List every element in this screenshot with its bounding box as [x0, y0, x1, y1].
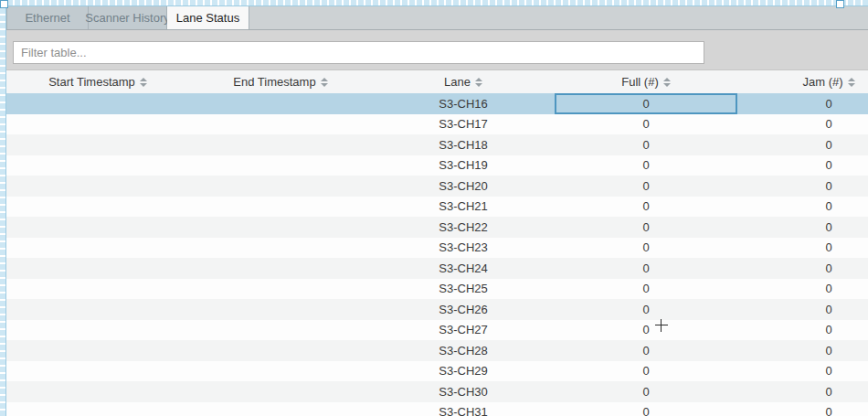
cell-start[interactable]	[6, 320, 189, 341]
table-row[interactable]: S3-CH2300	[6, 238, 868, 259]
column-header-jam[interactable]: Jam (#)	[737, 70, 868, 93]
cell-jam[interactable]: 0	[737, 402, 868, 416]
table-row[interactable]: S3-CH2200	[6, 217, 868, 238]
cell-lane[interactable]: S3-CH28	[372, 340, 555, 361]
cell-jam[interactable]: 0	[737, 93, 868, 114]
table-row[interactable]: S3-CH2100	[6, 197, 868, 218]
cell-end[interactable]	[189, 279, 372, 300]
cell-jam[interactable]: 0	[737, 238, 868, 259]
selection-handle-top-right[interactable]	[836, 0, 844, 8]
cell-full[interactable]: 0	[555, 155, 737, 176]
cell-lane[interactable]: S3-CH24	[372, 258, 555, 279]
cell-jam[interactable]: 0	[737, 299, 868, 320]
cell-full[interactable]: 0	[555, 134, 737, 155]
cell-jam[interactable]: 0	[737, 197, 868, 218]
cell-jam[interactable]: 0	[737, 134, 868, 155]
cell-lane[interactable]: S3-CH18	[372, 134, 555, 155]
table-row[interactable]: S3-CH2900	[6, 361, 868, 382]
cell-lane[interactable]: S3-CH29	[372, 361, 555, 382]
selection-handle-top-left[interactable]	[0, 0, 8, 8]
table-row[interactable]: S3-CH2800	[6, 340, 868, 361]
cell-end[interactable]	[189, 320, 372, 341]
cell-full[interactable]: 0	[555, 197, 737, 218]
cell-lane[interactable]: S3-CH31	[372, 402, 555, 416]
table-row[interactable]: S3-CH2700	[6, 320, 868, 341]
cell-start[interactable]	[6, 299, 189, 320]
cell-end[interactable]	[189, 176, 372, 197]
cell-end[interactable]	[189, 299, 372, 320]
column-header-end-timestamp[interactable]: End Timestamp	[189, 70, 372, 93]
cell-lane[interactable]: S3-CH23	[372, 238, 555, 259]
cell-end[interactable]	[189, 258, 372, 279]
cell-start[interactable]	[6, 279, 189, 300]
cell-lane[interactable]: S3-CH17	[372, 114, 555, 135]
tab-ethernet[interactable]: Ethernet	[6, 6, 89, 29]
cell-full[interactable]: 0	[555, 340, 737, 361]
cell-lane[interactable]: S3-CH19	[372, 155, 555, 176]
cell-full[interactable]: 0	[555, 320, 737, 341]
cell-lane[interactable]: S3-CH27	[372, 320, 555, 341]
tab-lane-status[interactable]: Lane Status	[167, 6, 249, 29]
table-row[interactable]: S3-CH2000	[6, 176, 868, 197]
cell-start[interactable]	[6, 217, 189, 238]
cell-end[interactable]	[189, 134, 372, 155]
cell-full[interactable]: 0	[555, 238, 737, 259]
cell-start[interactable]	[6, 134, 189, 155]
column-header-full[interactable]: Full (#)	[555, 70, 737, 93]
cell-end[interactable]	[189, 340, 372, 361]
cell-jam[interactable]: 0	[737, 258, 868, 279]
table-row[interactable]: S3-CH1900	[6, 155, 868, 176]
cell-full[interactable]: 0	[555, 217, 737, 238]
cell-start[interactable]	[6, 340, 189, 361]
cell-full[interactable]: 0	[555, 93, 737, 114]
table-row[interactable]: S3-CH2600	[6, 299, 868, 320]
table-row[interactable]: S3-CH3000	[6, 381, 868, 402]
cell-full[interactable]: 0	[555, 114, 737, 135]
cell-end[interactable]	[189, 197, 372, 218]
cell-lane[interactable]: S3-CH20	[372, 176, 555, 197]
cell-lane[interactable]: S3-CH21	[372, 197, 555, 218]
cell-start[interactable]	[6, 402, 189, 416]
cell-start[interactable]	[6, 93, 189, 114]
cell-start[interactable]	[6, 258, 189, 279]
cell-start[interactable]	[6, 381, 189, 402]
cell-start[interactable]	[6, 176, 189, 197]
cell-end[interactable]	[189, 155, 372, 176]
cell-lane[interactable]: S3-CH25	[372, 279, 555, 300]
column-header-start-timestamp[interactable]: Start Timestamp	[6, 70, 189, 93]
tab-scanner-history[interactable]: Scanner History	[89, 6, 167, 29]
table-row[interactable]: S3-CH1800	[6, 134, 868, 155]
cell-jam[interactable]: 0	[737, 176, 868, 197]
table-row[interactable]: S3-CH3100	[6, 402, 868, 416]
cell-end[interactable]	[189, 114, 372, 135]
table-row[interactable]: S3-CH1700	[6, 114, 868, 135]
cell-full[interactable]: 0	[555, 176, 737, 197]
cell-jam[interactable]: 0	[737, 340, 868, 361]
table-row[interactable]: S3-CH2400	[6, 258, 868, 279]
cell-end[interactable]	[189, 238, 372, 259]
cell-jam[interactable]: 0	[737, 320, 868, 341]
cell-end[interactable]	[189, 217, 372, 238]
cell-lane[interactable]: S3-CH30	[372, 381, 555, 402]
cell-lane[interactable]: S3-CH26	[372, 299, 555, 320]
column-header-lane[interactable]: Lane	[372, 70, 555, 93]
cell-jam[interactable]: 0	[737, 217, 868, 238]
cell-end[interactable]	[189, 402, 372, 416]
cell-lane[interactable]: S3-CH16	[372, 93, 555, 114]
table-row[interactable]: S3-CH2500	[6, 279, 868, 300]
cell-jam[interactable]: 0	[737, 361, 868, 382]
cell-full[interactable]: 0	[555, 279, 737, 300]
cell-end[interactable]	[189, 361, 372, 382]
cell-jam[interactable]: 0	[737, 155, 868, 176]
cell-full[interactable]: 0	[555, 299, 737, 320]
cell-start[interactable]	[6, 197, 189, 218]
cell-end[interactable]	[189, 381, 372, 402]
cell-full[interactable]: 0	[555, 381, 737, 402]
cell-jam[interactable]: 0	[737, 114, 868, 135]
cell-start[interactable]	[6, 238, 189, 259]
cell-start[interactable]	[6, 155, 189, 176]
filter-input[interactable]	[13, 41, 704, 64]
cell-full[interactable]: 0	[555, 402, 737, 416]
cell-start[interactable]	[6, 361, 189, 382]
cell-full[interactable]: 0	[555, 361, 737, 382]
